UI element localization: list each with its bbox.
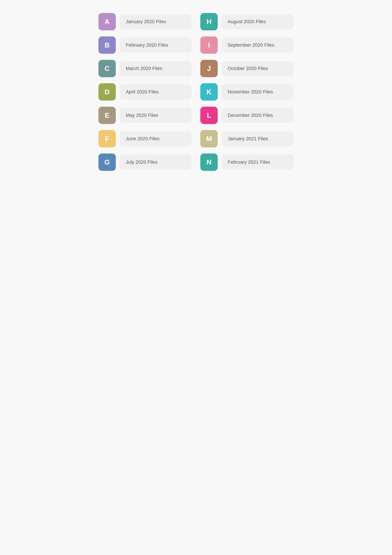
file-label-d: April 2020 Files: [120, 84, 192, 100]
icon-badge-g: G: [98, 153, 116, 171]
icon-badge-a: A: [98, 13, 116, 30]
file-label-a: January 2020 Files: [120, 14, 192, 29]
icon-letter-e: E: [105, 111, 109, 119]
icon-badge-h: H: [200, 13, 218, 30]
list-item-b[interactable]: BFebruary 2020 Files: [98, 37, 192, 54]
file-label-e: May 2020 Files: [120, 108, 192, 123]
file-label-f: June 2020 Files: [120, 131, 192, 146]
icon-letter-d: D: [104, 88, 109, 96]
file-label-k: November 2020 Files: [222, 84, 294, 100]
icon-badge-b: B: [98, 37, 116, 54]
list-item-a[interactable]: AJanuary 2020 Files: [98, 13, 192, 30]
list-item-j[interactable]: JOctober 2020 Files: [200, 60, 294, 77]
file-label-j: October 2020 Files: [222, 61, 294, 76]
file-grid: AJanuary 2020 FilesHAugust 2020 FilesBFe…: [98, 13, 294, 171]
icon-letter-m: M: [206, 135, 212, 143]
icon-letter-a: A: [104, 18, 109, 26]
list-item-n[interactable]: NFebruary 2021 Files: [200, 153, 294, 171]
file-label-i: September 2020 Files: [222, 37, 294, 53]
file-label-l: December 2020 Files: [222, 108, 294, 123]
icon-badge-m: M: [200, 130, 218, 147]
icon-letter-l: L: [207, 111, 211, 119]
list-item-g[interactable]: GJuly 2020 Files: [98, 153, 192, 171]
list-item-l[interactable]: LDecember 2020 Files: [200, 107, 294, 124]
icon-badge-d: D: [98, 83, 116, 101]
file-label-m: January 2021 Files: [222, 131, 294, 146]
icon-letter-h: H: [206, 18, 211, 26]
file-label-h: August 2020 Files: [222, 14, 294, 29]
icon-badge-i: I: [200, 37, 218, 54]
icon-letter-j: J: [207, 65, 211, 73]
icon-letter-n: N: [206, 158, 211, 166]
icon-letter-k: K: [206, 88, 211, 96]
list-item-e[interactable]: EMay 2020 Files: [98, 107, 192, 124]
icon-badge-c: C: [98, 60, 116, 77]
icon-badge-j: J: [200, 60, 218, 77]
icon-badge-l: L: [200, 107, 218, 124]
list-item-i[interactable]: ISeptember 2020 Files: [200, 37, 294, 54]
icon-badge-k: K: [200, 83, 218, 101]
icon-badge-f: F: [98, 130, 116, 147]
file-label-b: February 2020 Files: [120, 37, 192, 53]
list-item-d[interactable]: DApril 2020 Files: [98, 83, 192, 101]
main-container: AJanuary 2020 FilesHAugust 2020 FilesBFe…: [98, 13, 294, 171]
icon-letter-g: G: [104, 158, 110, 166]
icon-letter-b: B: [104, 41, 109, 49]
icon-letter-i: I: [208, 41, 210, 49]
list-item-h[interactable]: HAugust 2020 Files: [200, 13, 294, 30]
icon-badge-e: E: [98, 107, 116, 124]
file-label-n: February 2021 Files: [222, 154, 294, 170]
file-label-g: July 2020 Files: [120, 154, 192, 170]
list-item-k[interactable]: KNovember 2020 Files: [200, 83, 294, 101]
list-item-f[interactable]: FJune 2020 Files: [98, 130, 192, 147]
file-label-c: March 2020 Files: [120, 61, 192, 76]
icon-badge-n: N: [200, 153, 218, 171]
icon-letter-f: F: [105, 135, 109, 143]
list-item-c[interactable]: CMarch 2020 Files: [98, 60, 192, 77]
icon-letter-c: C: [104, 65, 109, 73]
list-item-m[interactable]: MJanuary 2021 Files: [200, 130, 294, 147]
